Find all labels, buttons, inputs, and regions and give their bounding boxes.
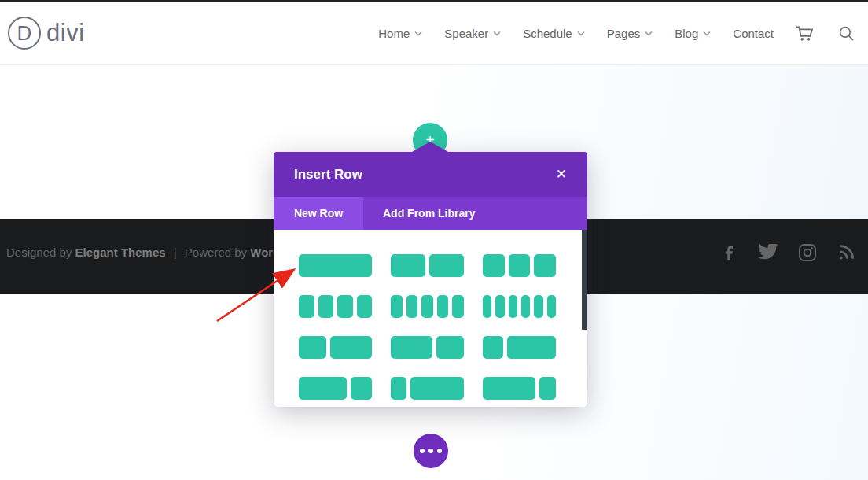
layout-block [534,295,542,318]
layout-block [330,336,372,359]
credits-powered-by: Powered by [185,246,247,259]
layout-block [391,254,425,277]
layout-block [507,336,556,359]
layout-block [299,295,314,318]
chevron-down-icon [414,31,422,36]
footer-credits: Designed by Elegant Themes | Powered by … [6,246,312,259]
layout-block [351,377,373,400]
layout-block [547,295,556,318]
layout-block [318,295,334,318]
row-layout-3-columns[interactable] [483,254,556,277]
layout-block [436,336,464,359]
nav-item-schedule[interactable]: Schedule [523,27,585,40]
social-twitter-link[interactable] [758,244,778,261]
tab-add-from-library[interactable]: Add From Library [363,197,475,230]
ellipsis-icon [437,449,442,453]
modal-header: Insert Row ✕ [274,152,587,197]
ellipsis-icon [420,449,425,453]
layout-block [391,336,432,359]
layout-block [534,254,556,277]
nav-item-label: Contact [733,27,774,40]
nav-item-blog[interactable]: Blog [675,27,711,40]
close-icon[interactable]: ✕ [556,166,567,183]
social-instagram-link[interactable] [798,243,817,262]
row-layout-1-column[interactable] [299,254,372,277]
cart-button[interactable] [796,25,814,42]
modal-title: Insert Row [294,167,362,183]
facebook-icon [721,243,738,262]
chevron-down-icon [645,31,653,36]
row-layout-1-3_2-3[interactable] [483,336,556,359]
layout-block [299,377,347,400]
layout-block [437,295,449,318]
layout-block [452,295,464,318]
chevron-down-icon [703,31,711,36]
row-layout-2-3_1-3[interactable] [299,377,372,400]
nav-item-label: Speaker [444,27,488,40]
layout-block [495,295,504,318]
row-layout-6-columns[interactable] [483,295,556,318]
nav-item-label: Pages [607,27,641,40]
page-settings-dots-button[interactable] [414,434,448,468]
row-layout-1-4_3-4[interactable] [391,377,464,400]
layout-block [539,377,556,400]
nav-item-speaker[interactable]: Speaker [444,27,501,40]
site-logo[interactable]: D divi [8,17,85,50]
search-button[interactable] [839,26,854,41]
nav-item-home[interactable]: Home [378,27,422,40]
layout-block [483,254,505,277]
modal-pointer-arrow [412,142,448,152]
rss-icon [837,243,855,262]
row-layout-grid [274,230,587,407]
layout-block [410,377,464,400]
instagram-icon [798,243,817,262]
nav-item-label: Schedule [523,27,572,40]
layout-block [483,295,491,318]
layout-block [357,295,373,318]
layout-block [483,336,503,359]
nav-item-label: Home [378,27,410,40]
modal-scrollbar[interactable] [582,230,587,330]
row-layout-2-columns[interactable] [391,254,464,277]
logo-d-icon: D [8,17,41,50]
layout-block [509,254,531,277]
ellipsis-icon [428,449,433,453]
main-nav: HomeSpeakerSchedulePagesBlogContact [378,25,854,42]
layout-block [391,377,406,400]
nav-item-label: Blog [675,27,698,40]
nav-item-pages[interactable]: Pages [607,27,653,40]
credits-elegant-themes-link[interactable]: Elegant Themes [75,246,166,259]
tab-new-row[interactable]: New Row [274,197,363,230]
row-layout-3-4_1-4[interactable] [483,377,556,400]
social-links [721,243,855,262]
layout-block [391,295,403,318]
row-layout-4-columns[interactable] [299,295,372,318]
modal-content [274,230,587,407]
layout-block [299,336,326,359]
site-header: D divi HomeSpeakerSchedulePagesBlogConta… [0,2,868,65]
twitter-icon [758,244,778,261]
layout-block [421,295,433,318]
social-facebook-link[interactable] [721,243,738,262]
chevron-down-icon [493,31,501,36]
chevron-down-icon [577,31,585,36]
layout-block [521,295,530,318]
cart-icon [796,25,814,42]
nav-item-contact[interactable]: Contact [733,27,774,40]
layout-block [406,295,418,318]
modal-tabs: New Row Add From Library [274,197,587,230]
social-rss-link[interactable] [837,243,855,262]
row-layout-2-5_3-5[interactable] [299,336,372,359]
row-layout-5-columns[interactable] [391,295,464,318]
search-icon [839,26,854,41]
layout-block [299,254,372,277]
layout-block [337,295,353,318]
layout-block [509,295,517,318]
credits-designed-by: Designed by [6,246,72,259]
layout-block [483,377,535,400]
layout-block [429,254,464,277]
logo-text: divi [46,19,85,47]
insert-row-modal: Insert Row ✕ New Row Add From Library [274,152,587,407]
credits-separator: | [174,246,177,259]
row-layout-3-5_2-5[interactable] [391,336,464,359]
